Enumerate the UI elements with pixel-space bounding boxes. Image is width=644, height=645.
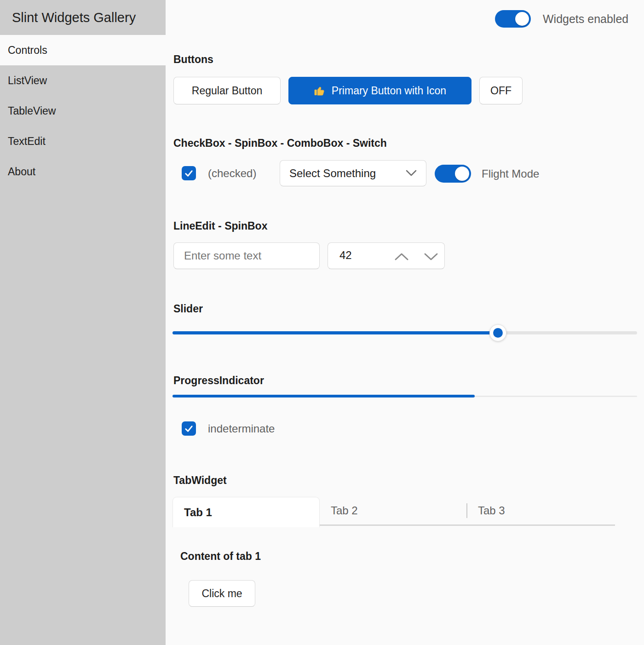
sidebar: Slint Widgets Gallery Controls ListView … bbox=[0, 0, 166, 645]
spinbox[interactable]: 42 bbox=[328, 242, 445, 269]
tab-3[interactable]: Tab 3 bbox=[467, 497, 615, 524]
primary-button[interactable]: Primary Button with Icon bbox=[288, 77, 472, 104]
spinbox-value: 42 bbox=[339, 249, 352, 262]
tab-bar: Tab 1 Tab 2 Tab 3 bbox=[172, 497, 615, 527]
off-button-label: OFF bbox=[490, 85, 512, 97]
buttons-row: Regular Button Primary Button with Icon … bbox=[173, 77, 523, 104]
tab-1[interactable]: Tab 1 bbox=[172, 497, 320, 527]
spinbox-increment-button[interactable] bbox=[394, 253, 409, 261]
controls-heading: CheckBox - SpinBox - ComboBox - Switch bbox=[173, 136, 387, 150]
buttons-heading: Buttons bbox=[173, 52, 213, 66]
sidebar-item-label: TableView bbox=[8, 105, 56, 117]
check-icon bbox=[184, 423, 194, 434]
tab-2[interactable]: Tab 2 bbox=[320, 497, 467, 524]
indeterminate-checkbox[interactable] bbox=[182, 421, 196, 436]
thumbs-up-icon bbox=[314, 85, 326, 97]
slider bbox=[172, 324, 637, 341]
sidebar-item-about[interactable]: About bbox=[0, 156, 166, 187]
flight-mode-label: Flight Mode bbox=[482, 167, 539, 180]
tabwidget-heading: TabWidget bbox=[173, 473, 227, 487]
sidebar-item-label: ListView bbox=[8, 75, 47, 87]
sidebar-item-tableview[interactable]: TableView bbox=[0, 96, 166, 126]
sidebar-item-textedit[interactable]: TextEdit bbox=[0, 126, 166, 156]
switch-knob bbox=[515, 12, 529, 26]
spinbox-decrement-button[interactable] bbox=[424, 253, 438, 261]
slider-fill bbox=[172, 331, 498, 334]
slider-heading: Slider bbox=[173, 302, 203, 316]
chevron-down-icon bbox=[406, 170, 417, 177]
main-content: Widgets enabled Buttons Regular Button P… bbox=[166, 0, 644, 645]
regular-button-label: Regular Button bbox=[192, 85, 262, 97]
sidebar-item-label: About bbox=[8, 166, 35, 178]
click-me-label: Click me bbox=[201, 587, 242, 600]
lineedit-input[interactable] bbox=[173, 242, 320, 269]
sidebar-item-controls[interactable]: Controls bbox=[0, 35, 166, 65]
app-title: Slint Widgets Gallery bbox=[0, 0, 166, 35]
check-icon bbox=[184, 168, 194, 179]
widgets-enabled-switch[interactable] bbox=[495, 10, 531, 28]
combobox[interactable]: Select Something bbox=[280, 160, 426, 186]
chevron-down-icon bbox=[424, 253, 438, 261]
combobox-value: Select Something bbox=[289, 167, 376, 180]
sidebar-item-label: TextEdit bbox=[8, 135, 46, 148]
tab-label: Tab 3 bbox=[478, 504, 505, 517]
sidebar-item-label: Controls bbox=[8, 44, 47, 57]
regular-button[interactable]: Regular Button bbox=[173, 77, 281, 104]
checked-checkbox-label: (checked) bbox=[208, 167, 256, 180]
chevron-up-icon bbox=[394, 253, 409, 261]
progress-fill bbox=[172, 395, 475, 397]
switch-knob bbox=[455, 167, 469, 181]
sidebar-item-listview[interactable]: ListView bbox=[0, 65, 166, 96]
indeterminate-checkbox-label: indeterminate bbox=[208, 422, 275, 435]
slider-handle[interactable] bbox=[489, 324, 506, 341]
lineedit-heading: LineEdit - SpinBox bbox=[173, 219, 267, 233]
off-button[interactable]: OFF bbox=[479, 77, 523, 104]
progress-heading: ProgressIndicator bbox=[173, 374, 264, 387]
widgets-enabled-label: Widgets enabled bbox=[543, 12, 628, 26]
tab-label: Tab 1 bbox=[184, 506, 212, 519]
primary-button-label: Primary Button with Icon bbox=[332, 85, 446, 97]
progress-indicator bbox=[172, 395, 637, 397]
tab-content-heading: Content of tab 1 bbox=[180, 549, 261, 563]
checked-checkbox[interactable] bbox=[182, 166, 196, 180]
flight-mode-switch[interactable] bbox=[435, 165, 471, 183]
lineedit-wrap bbox=[173, 242, 320, 269]
tab-divider bbox=[466, 503, 467, 518]
tab-label: Tab 2 bbox=[331, 504, 358, 517]
click-me-button[interactable]: Click me bbox=[189, 580, 255, 607]
